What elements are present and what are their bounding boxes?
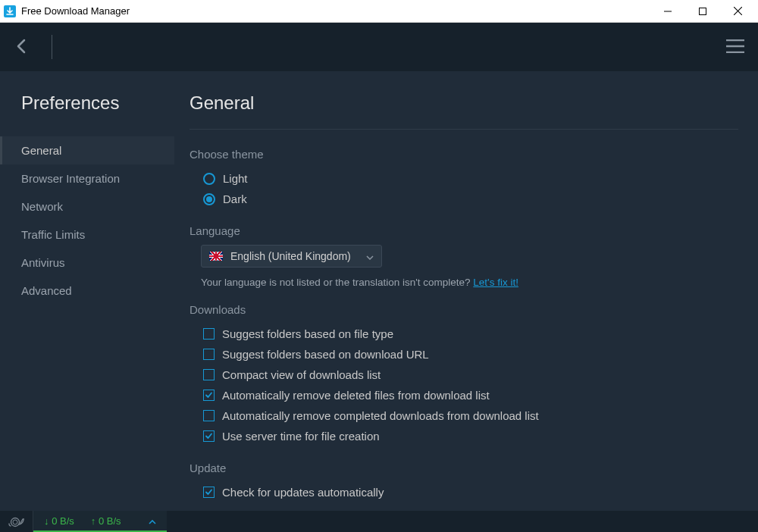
language-select[interactable]: English (United Kingdom) (201, 245, 382, 268)
theme-option-label: Light (223, 172, 248, 185)
speed-indicator[interactable]: ↓ 0 B/s ↑ 0 B/s (33, 511, 167, 532)
downloads-option-3[interactable]: Automatically remove deleted files from … (190, 385, 738, 405)
menu-button[interactable] (720, 35, 750, 60)
radio-icon (203, 173, 215, 185)
page-heading: General (190, 92, 738, 130)
window-title: Free Download Manager (21, 5, 650, 17)
app-icon (3, 5, 17, 18)
checkbox-icon (203, 410, 215, 421)
checkbox-icon (203, 430, 215, 442)
upload-speed: ↑ 0 B/s (91, 515, 121, 527)
download-speed: ↓ 0 B/s (44, 515, 74, 527)
arrow-down-icon: ↓ (44, 515, 49, 527)
language-fix-link[interactable]: Let's fix it! (473, 277, 518, 288)
downloads-option-0[interactable]: Suggest folders based on file type (190, 324, 738, 344)
language-selected-value: English (United Kingdom) (230, 250, 351, 262)
sidebar-item-browser-integration[interactable]: Browser Integration (0, 164, 174, 192)
update-section-label: Update (190, 462, 738, 474)
downloads-option-5[interactable]: Use server time for file creation (190, 426, 738, 446)
download-speed-value: 0 B/s (52, 515, 74, 527)
theme-option-dark[interactable]: Dark (190, 189, 738, 209)
update-option-0[interactable]: Check for updates automatically (190, 482, 738, 502)
sidebar-item-general[interactable]: General (0, 136, 174, 164)
toolbar (0, 23, 758, 71)
sidebar-item-network[interactable]: Network (0, 192, 174, 221)
svg-rect-1 (700, 8, 706, 14)
sidebar-item-antivirus[interactable]: Antivirus (0, 249, 174, 277)
sidebar-item-traffic-limits[interactable]: Traffic Limits (0, 221, 174, 249)
downloads-option-4[interactable]: Automatically remove completed downloads… (190, 405, 738, 426)
content: General Choose theme LightDark Language … (174, 71, 758, 511)
checkbox-icon (203, 349, 215, 360)
language-note: Your language is not listed or the trans… (201, 277, 738, 288)
sidebar-title: Preferences (0, 92, 174, 136)
sidebar-item-advanced[interactable]: Advanced (0, 277, 174, 305)
theme-option-light[interactable]: Light (190, 168, 738, 189)
upload-speed-value: 0 B/s (99, 515, 121, 527)
language-note-text: Your language is not listed or the trans… (201, 277, 473, 288)
checkbox-icon (203, 369, 215, 380)
minimize-button[interactable] (650, 0, 685, 23)
downloads-option-label: Compact view of downloads list (222, 368, 381, 381)
downloads-option-label: Automatically remove deleted files from … (222, 389, 490, 402)
downloads-option-1[interactable]: Suggest folders based on download URL (190, 344, 738, 365)
downloads-option-2[interactable]: Compact view of downloads list (190, 365, 738, 385)
downloads-option-label: Suggest folders based on download URL (222, 348, 429, 361)
main-area: Preferences GeneralBrowser IntegrationNe… (0, 71, 758, 511)
chevron-down-icon (366, 250, 374, 262)
chevron-up-icon (149, 515, 156, 527)
downloads-option-label: Use server time for file creation (222, 430, 380, 443)
checkbox-icon (203, 390, 215, 401)
checkbox-icon (203, 487, 215, 498)
update-option-label: Check for updates automatically (222, 486, 384, 499)
close-button[interactable] (720, 0, 755, 23)
theme-section-label: Choose theme (190, 148, 738, 161)
maximize-button[interactable] (685, 0, 720, 23)
downloads-option-label: Suggest folders based on file type (222, 327, 393, 340)
speed-limit-button[interactable] (0, 511, 33, 532)
uk-flag-icon (209, 252, 223, 261)
back-button[interactable] (8, 33, 35, 62)
downloads-option-label: Automatically remove completed downloads… (222, 409, 539, 422)
status-bar: ↓ 0 B/s ↑ 0 B/s (0, 511, 758, 532)
sidebar: Preferences GeneralBrowser IntegrationNe… (0, 71, 174, 511)
checkbox-icon (203, 328, 215, 340)
downloads-section-label: Downloads (190, 303, 738, 316)
toolbar-divider (52, 35, 52, 59)
language-section-label: Language (190, 224, 738, 237)
theme-option-label: Dark (223, 192, 247, 205)
radio-icon (203, 193, 215, 205)
arrow-up-icon: ↑ (91, 515, 96, 527)
title-bar: Free Download Manager (0, 0, 758, 23)
svg-point-2 (11, 518, 19, 527)
